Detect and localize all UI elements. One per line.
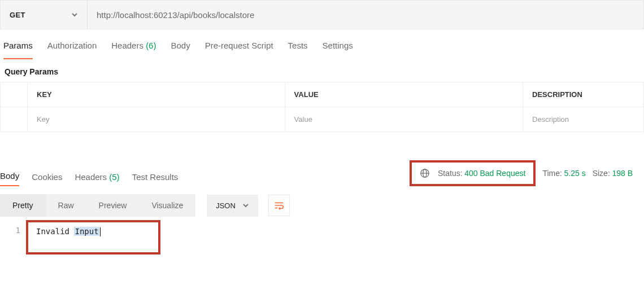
tab-settings[interactable]: Settings <box>323 41 353 59</box>
status-highlight-box: Status: 400 Bad Request <box>410 160 536 186</box>
wrap-lines-button[interactable] <box>268 195 290 216</box>
method-label: GET <box>10 11 25 19</box>
size-label: Size: <box>593 169 610 178</box>
view-group: Pretty Raw Preview Visualize <box>0 194 195 217</box>
tab-tests[interactable]: Tests <box>288 41 308 59</box>
view-pretty[interactable]: Pretty <box>0 194 46 217</box>
headers-count: (6) <box>146 41 156 50</box>
view-raw[interactable]: Raw <box>46 194 86 217</box>
view-visualize[interactable]: Visualize <box>139 194 195 217</box>
text-cursor <box>100 227 101 236</box>
description-input[interactable]: Description <box>523 107 644 132</box>
wrap-icon <box>273 200 285 211</box>
body-highlight-box: Invalid Input <box>26 220 160 254</box>
key-input[interactable]: Key <box>28 107 285 132</box>
col-value: VALUE <box>285 82 523 107</box>
http-method-select[interactable]: GET <box>1 1 88 29</box>
status-value: 400 Bad Request <box>464 169 525 178</box>
time-value: 5.25 s <box>564 169 586 178</box>
response-headers-count: (5) <box>109 172 119 182</box>
body-format-select[interactable]: JSON <box>207 195 258 217</box>
tab-body[interactable]: Body <box>171 41 190 59</box>
tab-headers[interactable]: Headers (6) <box>111 41 156 59</box>
col-key: KEY <box>28 82 285 107</box>
url-input[interactable]: http://localhost:60213/api/books/localst… <box>88 1 643 29</box>
url-text: http://localhost:60213/api/books/localst… <box>97 10 254 20</box>
col-description: DESCRIPTION <box>523 82 644 107</box>
time-label: Time: <box>542 169 562 178</box>
tab-authorization[interactable]: Authorization <box>47 41 97 59</box>
size-value: 198 B <box>612 169 633 178</box>
tab-prerequest[interactable]: Pre-request Script <box>205 41 273 59</box>
params-table: KEY VALUE DESCRIPTION Key Value Descript… <box>0 82 644 132</box>
tab-headers-label: Headers <box>111 41 143 50</box>
chevron-down-icon <box>242 202 249 209</box>
view-preview[interactable]: Preview <box>86 194 140 217</box>
format-label: JSON <box>216 201 236 210</box>
chevron-down-icon <box>71 11 78 18</box>
restab-headers-label: Headers <box>75 172 107 182</box>
code-line: Invalid Input <box>36 227 101 236</box>
query-params-title: Query Params <box>0 59 644 82</box>
response-body-area[interactable]: 1 Invalid Input <box>0 220 644 254</box>
restab-headers[interactable]: Headers (5) <box>75 172 119 186</box>
word-invalid: Invalid <box>36 227 69 236</box>
body-toolbar: Pretty Raw Preview Visualize JSON <box>0 194 644 217</box>
request-tabs: Params Authorization Headers (6) Body Pr… <box>0 29 644 59</box>
response-meta: Status: 400 Bad Request Time: 5.25 s Siz… <box>410 160 644 186</box>
col-handle <box>1 82 28 107</box>
status-label: Status: <box>438 169 463 178</box>
restab-body[interactable]: Body <box>0 171 19 186</box>
globe-icon <box>420 168 430 178</box>
restab-testresults[interactable]: Test Results <box>132 172 179 186</box>
tab-params[interactable]: Params <box>3 41 33 59</box>
restab-cookies[interactable]: Cookies <box>32 172 62 186</box>
value-input[interactable]: Value <box>285 107 523 132</box>
param-row[interactable]: Key Value Description <box>1 107 644 132</box>
line-gutter: 1 <box>0 220 26 254</box>
line-number: 1 <box>0 226 20 235</box>
word-input-highlighted: Input <box>74 227 99 236</box>
row-handle <box>1 107 28 132</box>
response-tabs: Body Cookies Headers (5) Test Results St… <box>0 160 644 186</box>
